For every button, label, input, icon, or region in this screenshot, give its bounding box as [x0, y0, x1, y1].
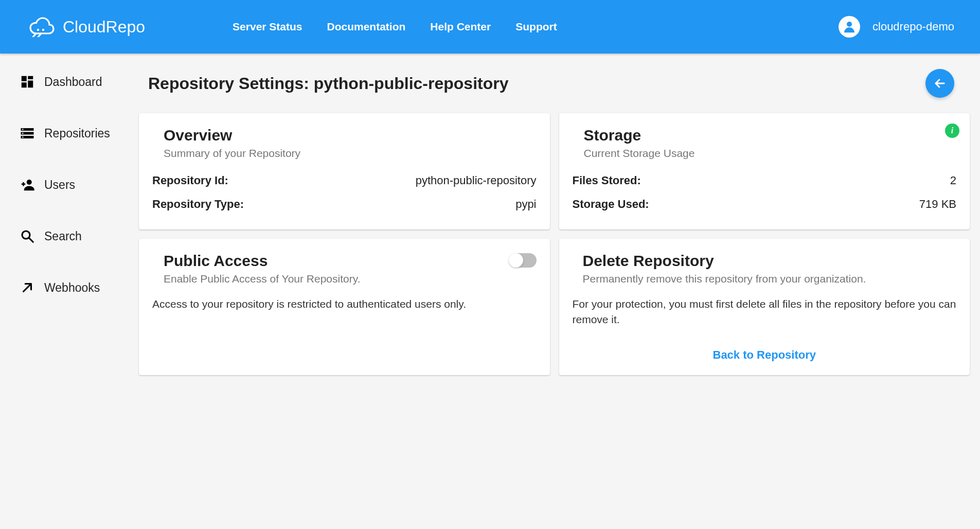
overview-row: Repository Id: python-public-repository [152, 169, 537, 192]
svg-point-3 [42, 29, 44, 31]
public-access-subtitle: Enable Public Access of Your Repository. [164, 273, 537, 285]
nav-server-status[interactable]: Server Status [233, 21, 302, 33]
info-icon[interactable]: i [945, 124, 959, 138]
page-title: Repository Settings: python-public-repos… [148, 74, 508, 93]
sidebar-item-search[interactable]: Search [20, 228, 139, 244]
storage-row: Storage Used: 719 KB [573, 192, 957, 216]
search-icon [20, 228, 35, 244]
svg-point-2 [37, 29, 39, 31]
sidebar-item-label: Users [44, 178, 75, 192]
brand-logo[interactable]: CloudRepo [26, 16, 145, 37]
toggle-knob [509, 253, 523, 268]
nav-help-center[interactable]: Help Center [430, 21, 491, 33]
overview-row: Repository Type: pypi [152, 192, 537, 216]
storage-card: i Storage Current Storage Usage Files St… [559, 113, 970, 230]
storage-value: 2 [950, 174, 956, 187]
storage-title: Storage [584, 127, 957, 144]
storage-key: Storage Used: [573, 198, 649, 211]
main-content: Repository Settings: python-public-repos… [139, 54, 980, 529]
user-menu[interactable]: cloudrepo-demo [839, 16, 954, 38]
dashboard-icon [20, 74, 35, 90]
overview-value: python-public-repository [416, 174, 537, 187]
svg-point-15 [27, 180, 32, 185]
svg-point-13 [22, 133, 24, 134]
overview-subtitle: Summary of your Repository [164, 147, 537, 160]
sidebar: Dashboard Repositories Users Search Webh… [0, 54, 139, 529]
svg-rect-7 [28, 81, 33, 88]
back-to-repository-link[interactable]: Back to Repository [713, 348, 816, 361]
delete-repo-subtitle: Permanently remove this repository from … [583, 273, 957, 285]
svg-rect-5 [22, 76, 27, 81]
header: CloudRepo Server Status Documentation He… [0, 0, 980, 54]
sidebar-item-dashboard[interactable]: Dashboard [20, 74, 139, 90]
public-access-title: Public Access [164, 252, 537, 270]
svg-rect-6 [28, 76, 33, 79]
storage-icon [20, 126, 35, 141]
storage-subtitle: Current Storage Usage [584, 147, 957, 160]
overview-key: Repository Id: [152, 174, 228, 187]
overview-value: pypi [515, 198, 536, 211]
sidebar-item-label: Dashboard [44, 75, 102, 89]
svg-line-0 [33, 33, 36, 37]
cloud-icon [26, 16, 57, 37]
svg-point-12 [22, 129, 24, 130]
public-access-card: Public Access Enable Public Access of Yo… [139, 239, 550, 375]
delete-repo-body: For your protection, you must first dele… [573, 296, 957, 328]
avatar-icon [839, 16, 860, 38]
arrow-left-icon [933, 76, 947, 91]
svg-line-17 [29, 238, 33, 242]
svg-rect-8 [22, 82, 27, 87]
svg-point-4 [847, 22, 852, 27]
sidebar-item-label: Repositories [44, 127, 110, 140]
brand-name: CloudRepo [63, 17, 145, 37]
storage-row: Files Stored: 2 [573, 169, 957, 192]
storage-key: Files Stored: [573, 174, 641, 187]
nav-documentation[interactable]: Documentation [327, 21, 406, 33]
sidebar-item-label: Search [44, 230, 82, 243]
storage-value: 719 KB [919, 198, 956, 211]
add-user-icon [20, 177, 35, 192]
nav-support[interactable]: Support [515, 21, 557, 33]
back-button[interactable] [925, 69, 954, 98]
delete-repo-title: Delete Repository [583, 252, 957, 270]
public-access-toggle[interactable] [510, 253, 537, 268]
username: cloudrepo-demo [872, 20, 954, 33]
sidebar-item-repositories[interactable]: Repositories [20, 126, 139, 141]
overview-title: Overview [164, 127, 537, 144]
svg-point-14 [22, 136, 24, 138]
delete-repo-card: Delete Repository Permanently remove thi… [559, 239, 970, 375]
sidebar-item-label: Webhooks [44, 281, 100, 295]
overview-card: Overview Summary of your Repository Repo… [139, 113, 550, 230]
sidebar-item-users[interactable]: Users [20, 177, 139, 192]
public-access-body: Access to your repository is restricted … [152, 296, 537, 312]
header-nav: Server Status Documentation Help Center … [233, 21, 557, 33]
overview-key: Repository Type: [152, 198, 244, 211]
sidebar-item-webhooks[interactable]: Webhooks [20, 280, 139, 295]
arrow-outward-icon [20, 280, 35, 295]
